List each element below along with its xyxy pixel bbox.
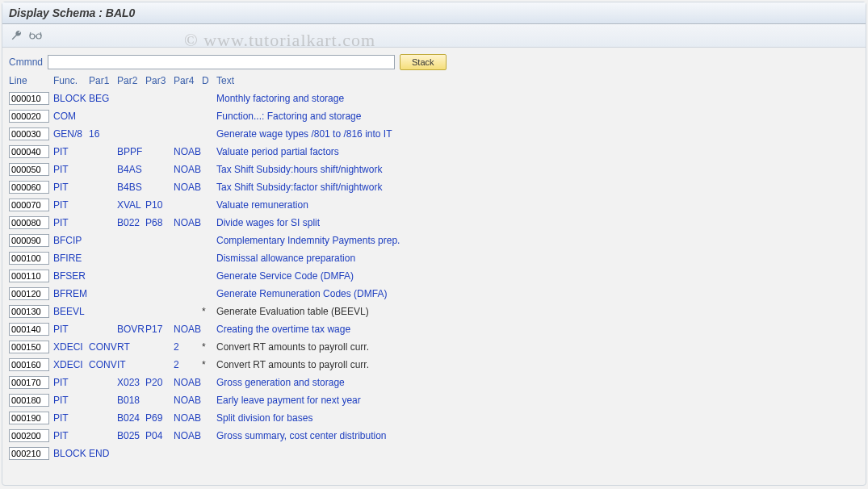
par4-cell[interactable]: NOAB	[174, 412, 202, 424]
text-cell[interactable]: Tax Shift Subsidy:factor shift/nightwork	[216, 182, 382, 193]
par2-cell[interactable]: BPPF	[117, 146, 145, 157]
par2-cell[interactable]: XVAL	[117, 199, 145, 211]
func-cell[interactable]: PIT	[53, 412, 89, 424]
line-input[interactable]	[9, 341, 49, 353]
line-input[interactable]	[9, 429, 49, 442]
line-input[interactable]	[9, 376, 49, 389]
func-cell[interactable]: COM	[53, 111, 89, 122]
func-cell[interactable]: PIT	[53, 199, 89, 211]
func-cell[interactable]: PIT	[53, 217, 89, 228]
par4-cell[interactable]: NOAB	[174, 377, 202, 388]
text-cell[interactable]: Valuate period partial factors	[216, 146, 339, 157]
text-cell[interactable]: Convert RT amounts to payroll curr.	[216, 359, 369, 370]
func-cell[interactable]: PIT	[53, 377, 89, 388]
par2-cell[interactable]: X023	[117, 377, 145, 388]
line-input[interactable]	[9, 287, 49, 300]
func-cell[interactable]: BLOCK	[53, 93, 89, 104]
par2-cell[interactable]: IT	[117, 359, 145, 370]
par4-cell[interactable]: 2	[174, 359, 202, 370]
text-cell[interactable]: Generate wage types /801 to /816 into IT	[216, 128, 392, 140]
line-input[interactable]	[9, 145, 49, 158]
func-cell[interactable]: PIT	[53, 164, 89, 175]
par4-cell[interactable]: NOAB	[174, 217, 202, 228]
func-cell[interactable]: XDECI	[53, 341, 89, 353]
text-cell[interactable]: Valuate remuneration	[216, 199, 308, 211]
par3-cell[interactable]: P69	[145, 412, 174, 424]
func-cell[interactable]: PIT	[53, 395, 89, 406]
line-input[interactable]	[9, 110, 49, 123]
text-cell[interactable]: Generate Remuneration Codes (DMFA)	[216, 288, 387, 299]
text-cell[interactable]: Gross summary, cost center distribution	[216, 430, 387, 441]
text-cell[interactable]: Dismissal allowance preparation	[216, 253, 355, 264]
par3-cell[interactable]: P04	[145, 430, 174, 441]
func-cell[interactable]: XDECI	[53, 359, 89, 370]
text-cell[interactable]: Split division for bases	[216, 412, 312, 424]
line-input[interactable]	[9, 412, 49, 424]
stack-button[interactable]: Stack	[400, 54, 447, 70]
wrench-icon[interactable]	[9, 28, 23, 43]
line-input[interactable]	[9, 216, 49, 229]
line-input[interactable]	[9, 252, 49, 265]
line-input[interactable]	[9, 234, 49, 247]
func-cell[interactable]: PIT	[53, 324, 89, 335]
text-cell[interactable]: Complementary Indemnity Payments prep.	[216, 235, 400, 246]
par2-cell[interactable]: B024	[117, 412, 145, 424]
line-input[interactable]	[9, 358, 49, 371]
glasses-icon[interactable]	[28, 28, 43, 43]
par2-cell[interactable]: B022	[117, 217, 145, 228]
text-cell[interactable]: Gross generation and storage	[216, 377, 345, 388]
func-cell[interactable]: BFSER	[53, 270, 89, 282]
par4-cell[interactable]: NOAB	[174, 430, 202, 441]
par2-cell[interactable]: RT	[117, 341, 145, 353]
line-input[interactable]	[9, 181, 49, 194]
text-cell[interactable]: Convert RT amounts to payroll curr.	[216, 341, 369, 353]
par3-cell[interactable]: P68	[145, 217, 174, 228]
line-input[interactable]	[9, 394, 49, 407]
par4-cell[interactable]: NOAB	[174, 324, 202, 335]
par3-cell[interactable]: P10	[145, 199, 174, 211]
func-cell[interactable]: BFCIP	[53, 235, 89, 246]
text-cell[interactable]: Monthly factoring and storage	[216, 93, 344, 104]
par2-cell[interactable]: BOVR	[117, 324, 145, 335]
par2-cell[interactable]: B025	[117, 430, 145, 441]
par3-cell[interactable]: P17	[145, 324, 174, 335]
func-cell[interactable]: PIT	[53, 146, 89, 157]
func-cell[interactable]: BLOCK	[53, 448, 89, 459]
text-cell[interactable]: Generate Evaluation table (BEEVL)	[216, 306, 369, 317]
line-input[interactable]	[9, 270, 49, 282]
line-input[interactable]	[9, 447, 49, 460]
func-cell[interactable]: PIT	[53, 430, 89, 441]
par1-cell[interactable]: CONV	[89, 359, 117, 370]
text-cell[interactable]: Function...: Factoring and storage	[216, 111, 361, 122]
par4-cell[interactable]: NOAB	[174, 164, 202, 175]
line-input[interactable]	[9, 92, 49, 105]
line-input[interactable]	[9, 305, 49, 318]
command-input[interactable]	[48, 55, 395, 69]
line-input[interactable]	[9, 323, 49, 336]
func-cell[interactable]: GEN/8	[53, 128, 89, 140]
line-input[interactable]	[9, 127, 49, 140]
func-cell[interactable]: BEEVL	[53, 306, 89, 317]
par4-cell[interactable]: NOAB	[174, 182, 202, 193]
func-cell[interactable]: BFREM	[53, 288, 89, 299]
par1-cell[interactable]: END	[89, 448, 117, 459]
par1-cell[interactable]: BEG	[89, 93, 117, 104]
par1-cell[interactable]: 16	[89, 128, 117, 140]
par2-cell[interactable]: B4BS	[117, 182, 145, 193]
par4-cell[interactable]: NOAB	[174, 146, 202, 157]
line-input[interactable]	[9, 199, 49, 211]
line-input[interactable]	[9, 163, 49, 176]
par1-cell[interactable]: CONV	[89, 341, 117, 353]
text-cell[interactable]: Creating the overtime tax wage	[216, 324, 350, 335]
par4-cell[interactable]: NOAB	[174, 395, 202, 406]
func-cell[interactable]: BFIRE	[53, 253, 89, 264]
par2-cell[interactable]: B018	[117, 395, 145, 406]
text-cell[interactable]: Early leave payment for next year	[216, 395, 361, 406]
text-cell[interactable]: Divide wages for SI split	[216, 217, 320, 228]
text-cell[interactable]: Generate Service Code (DMFA)	[216, 270, 354, 282]
func-cell[interactable]: PIT	[53, 182, 89, 193]
par2-cell[interactable]: B4AS	[117, 164, 145, 175]
par4-cell[interactable]: 2	[174, 341, 202, 353]
text-cell[interactable]: Tax Shift Subsidy:hours shift/nightwork	[216, 164, 382, 175]
par3-cell[interactable]: P20	[145, 377, 174, 388]
